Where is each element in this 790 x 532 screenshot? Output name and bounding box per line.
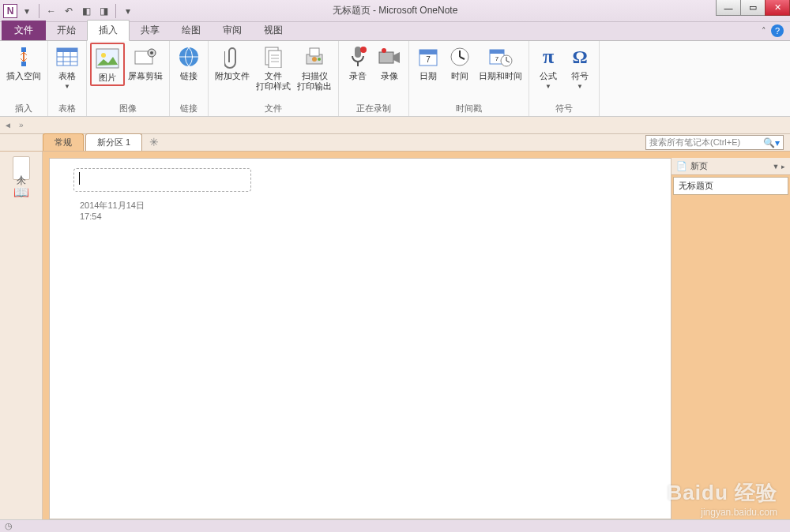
attach-file-button[interactable]: 附加文件 — [212, 43, 253, 83]
link-button[interactable]: 链接 — [173, 43, 205, 83]
svg-text:7: 7 — [426, 55, 431, 64]
picture-label: 图片 — [99, 73, 116, 83]
page-canvas[interactable]: 2014年11月14日 17:54 — [49, 158, 672, 519]
group-timestamp-label: 时间戳 — [412, 101, 525, 116]
equation-button[interactable]: π 公式 ▼ — [532, 43, 564, 92]
rail-personal-button[interactable]: 个人 — [13, 156, 30, 180]
dock-icon[interactable]: ◧ — [78, 3, 94, 19]
camcorder-icon — [377, 44, 402, 69]
record-audio-button[interactable]: 录音 — [342, 43, 374, 83]
ribbon-collapse-icon[interactable]: ˄ — [762, 26, 766, 36]
new-page-dropdown-icon[interactable]: ▼ ▸ — [773, 163, 785, 170]
tab-view[interactable]: 视图 — [253, 21, 294, 40]
page-list-panel: 📄 新页 ▼ ▸ 无标题页 — [672, 158, 790, 519]
group-symbols-label: 符号 — [532, 101, 596, 116]
scanner-icon — [302, 44, 327, 69]
symbol-dropdown-icon: ▼ — [577, 83, 583, 90]
title-bar: N ▾ ← ↶ ◧ ◨ ▾ 无标题页 - Microsoft OneNote —… — [0, 0, 790, 22]
group-images-label: 图像 — [90, 101, 166, 116]
svg-point-14 — [312, 57, 317, 62]
ribbon: 插入空间 插入 表格 ▼ 表格 图片 屏幕剪辑 图像 — [0, 41, 790, 117]
new-page-icon: 📄 — [676, 161, 687, 171]
calendar-icon: 7 — [416, 44, 441, 69]
notebook-icon[interactable]: 📖 — [13, 185, 29, 200]
app-icon: N — [3, 4, 17, 18]
svg-rect-13 — [310, 48, 319, 56]
nav-expand-icon[interactable]: » — [16, 121, 27, 129]
qat-more-icon[interactable]: ▾ — [120, 3, 136, 19]
main-area: 个人 📖 2014年11月14日 17:54 📄 新页 ▼ ▸ 无标题页 — [0, 152, 790, 519]
attach-file-label: 附加文件 — [215, 71, 250, 81]
table-icon — [55, 44, 80, 69]
link-icon — [176, 44, 201, 69]
symbol-button[interactable]: Ω 符号 ▼ — [564, 43, 596, 92]
scanner-printout-button[interactable]: 扫描仪 打印输出 — [294, 43, 335, 93]
scanner-label: 扫描仪 打印输出 — [297, 71, 332, 92]
status-bar: ◷ — [0, 519, 790, 532]
qat-separator — [115, 4, 116, 18]
help-icon[interactable]: ? — [771, 24, 784, 37]
qat-separator — [39, 4, 40, 18]
add-section-icon[interactable]: ✳ — [147, 135, 161, 149]
new-page-button[interactable]: 📄 新页 ▼ ▸ — [672, 158, 790, 175]
status-sync-icon[interactable]: ◷ — [5, 521, 13, 531]
svg-point-8 — [150, 51, 153, 54]
datetime-button[interactable]: 7 日期和时间 — [476, 43, 525, 83]
section-tabs: 常规 新分区 1 ✳ 搜索所有笔记本(Ctrl+E) 🔍▾ — [0, 134, 790, 152]
canvas-wrapper: 2014年11月14日 17:54 📄 新页 ▼ ▸ 无标题页 — [43, 152, 790, 519]
tab-review[interactable]: 审阅 — [212, 21, 253, 40]
time-label: 时间 — [451, 71, 468, 81]
file-printout-button[interactable]: 文件 打印样式 — [253, 43, 294, 93]
file-printout-label: 文件 打印样式 — [256, 71, 291, 92]
new-page-label: 新页 — [690, 160, 708, 172]
tab-file[interactable]: 文件 — [2, 21, 46, 40]
group-recording-label: 正在录制 — [342, 101, 405, 116]
datetime-icon: 7 — [488, 44, 514, 69]
omega-icon: Ω — [567, 44, 592, 69]
svg-rect-1 — [21, 62, 26, 66]
equation-label: 公式 — [540, 71, 557, 81]
pi-icon: π — [536, 44, 561, 69]
page-date: 2014年11月14日 — [80, 200, 145, 211]
date-label: 日期 — [419, 71, 437, 81]
date-button[interactable]: 7 日期 — [412, 43, 444, 83]
symbol-label: 符号 — [571, 71, 589, 81]
insert-space-icon — [11, 44, 36, 69]
back-icon[interactable]: ← — [43, 3, 59, 19]
page-list-item[interactable]: 无标题页 — [673, 177, 788, 195]
page-time: 17:54 — [80, 211, 145, 222]
nav-prev-icon[interactable]: ◄ — [0, 118, 16, 133]
picture-button[interactable]: 图片 — [90, 43, 125, 86]
page-title-input[interactable] — [73, 168, 251, 192]
picture-icon — [95, 46, 120, 71]
insert-space-button[interactable]: 插入空间 — [3, 43, 44, 83]
close-button[interactable]: ✕ — [765, 0, 790, 16]
undo-icon[interactable]: ↶ — [61, 3, 77, 19]
tab-draw[interactable]: 绘图 — [171, 21, 212, 40]
maximize-button[interactable]: ▭ — [740, 0, 766, 16]
svg-point-15 — [318, 58, 321, 61]
search-input[interactable]: 搜索所有笔记本(Ctrl+E) 🔍▾ — [645, 135, 784, 150]
tab-share[interactable]: 共享 — [130, 21, 171, 40]
page-timestamp: 2014年11月14日 17:54 — [80, 200, 145, 222]
svg-point-17 — [360, 47, 367, 53]
group-files-label: 文件 — [212, 101, 335, 116]
equation-dropdown-icon: ▼ — [545, 83, 551, 90]
table-button[interactable]: 表格 ▼ — [51, 43, 83, 92]
record-video-button[interactable]: 录像 — [374, 43, 405, 83]
screen-clipping-button[interactable]: 屏幕剪辑 — [125, 43, 166, 83]
section-tab-new[interactable]: 新分区 1 — [85, 133, 142, 151]
group-insert-label: 插入 — [3, 101, 44, 116]
clock-icon — [447, 44, 472, 69]
group-tables-label: 表格 — [51, 101, 83, 116]
search-icon[interactable]: 🔍▾ — [763, 137, 780, 148]
tab-insert[interactable]: 插入 — [87, 20, 130, 41]
qat-dropdown-icon[interactable]: ▾ — [19, 3, 35, 19]
tab-home[interactable]: 开始 — [46, 21, 87, 40]
section-tab-general[interactable]: 常规 — [43, 133, 84, 151]
svg-rect-3 — [57, 48, 77, 52]
time-button[interactable]: 时间 — [444, 43, 476, 83]
minimize-button[interactable]: — — [716, 0, 741, 16]
window-title: 无标题页 - Microsoft OneNote — [333, 4, 458, 17]
dock2-icon[interactable]: ◨ — [96, 3, 111, 19]
